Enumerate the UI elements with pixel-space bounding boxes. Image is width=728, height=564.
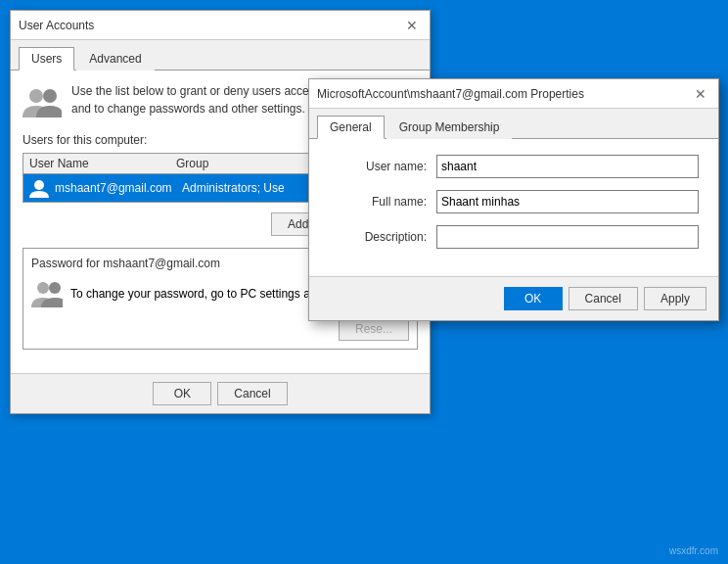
- input-description[interactable]: [436, 225, 699, 249]
- form-row-username: User name:: [329, 155, 699, 178]
- password-info-text: To change your password, go to PC settin…: [70, 287, 326, 301]
- tab-advanced[interactable]: Advanced: [76, 47, 154, 70]
- user-row-name: mshaant7@gmail.com: [55, 181, 182, 195]
- ua-ok-cancel-row: OK Cancel: [11, 373, 430, 413]
- user-row-group: Administrators; Use: [182, 181, 285, 195]
- tab-users[interactable]: Users: [19, 47, 74, 70]
- col-group: Group: [176, 157, 208, 170]
- password-icon: [31, 278, 63, 309]
- form-row-description: Description:: [329, 225, 699, 249]
- user-accounts-tabs: Users Advanced: [11, 40, 430, 70]
- user-accounts-title: User Accounts: [19, 19, 94, 32]
- svg-point-1: [43, 89, 57, 103]
- user-accounts-close-button[interactable]: ✕: [402, 16, 422, 35]
- label-fullname: Full name:: [329, 195, 427, 209]
- col-username: User Name: [29, 157, 176, 170]
- ua-cancel-button[interactable]: Cancel: [217, 382, 287, 405]
- svg-point-2: [34, 180, 44, 190]
- props-ok-button[interactable]: OK: [504, 287, 563, 310]
- properties-close-button[interactable]: ✕: [691, 84, 710, 104]
- props-tab-group-membership[interactable]: Group Membership: [387, 116, 513, 139]
- svg-point-3: [37, 282, 49, 294]
- users-icon: [23, 82, 62, 121]
- user-row-icon: [29, 178, 49, 198]
- form-row-fullname: Full name:: [329, 190, 699, 213]
- svg-point-0: [29, 89, 43, 103]
- ua-ok-button[interactable]: OK: [153, 382, 211, 405]
- properties-titlebar: MicrosoftAccount\mshaant7@gmail.com Prop…: [309, 79, 718, 109]
- properties-tabs: General Group Membership: [309, 109, 718, 139]
- watermark: wsxdfr.com: [669, 545, 718, 556]
- svg-point-4: [49, 282, 61, 294]
- input-fullname[interactable]: [436, 190, 699, 213]
- properties-window: MicrosoftAccount\mshaant7@gmail.com Prop…: [308, 78, 719, 321]
- user-accounts-titlebar: User Accounts ✕: [11, 11, 430, 40]
- props-apply-button[interactable]: Apply: [644, 287, 706, 310]
- props-cancel-button[interactable]: Cancel: [569, 287, 638, 310]
- label-username: User name:: [329, 160, 427, 173]
- properties-content: User name: Full name: Description:: [309, 139, 718, 276]
- props-ok-cancel-row: OK Cancel Apply: [309, 276, 718, 320]
- label-description: Description:: [329, 230, 427, 244]
- properties-title: MicrosoftAccount\mshaant7@gmail.com Prop…: [317, 87, 584, 101]
- props-tab-general[interactable]: General: [317, 116, 385, 139]
- input-username[interactable]: [436, 155, 699, 178]
